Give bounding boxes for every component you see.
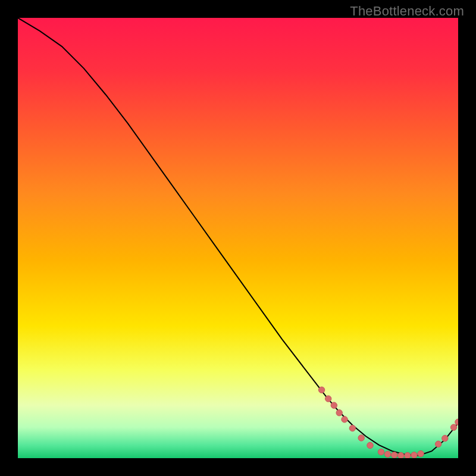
curve-marker [367,442,373,448]
curve-marker [398,452,404,458]
watermark-text: TheBottleneck.com [350,4,464,19]
gradient-background [18,18,458,458]
curve-marker [418,450,424,456]
curve-marker [392,452,397,458]
chart-stage: TheBottleneck.com [0,0,476,476]
curve-marker [336,410,342,416]
curve-marker [318,387,324,393]
curve-marker [342,416,347,422]
curve-marker [442,436,448,441]
curve-marker [411,452,417,458]
curve-marker [405,452,411,458]
curve-marker [436,441,441,447]
curve-marker [349,425,355,431]
curve-marker [450,424,456,430]
plot-area [18,18,458,458]
curve-marker [358,435,364,441]
curve-marker [378,449,384,455]
curve-marker [325,396,331,402]
curve-marker [384,451,390,457]
chart-svg [18,18,458,458]
curve-marker [331,402,337,408]
